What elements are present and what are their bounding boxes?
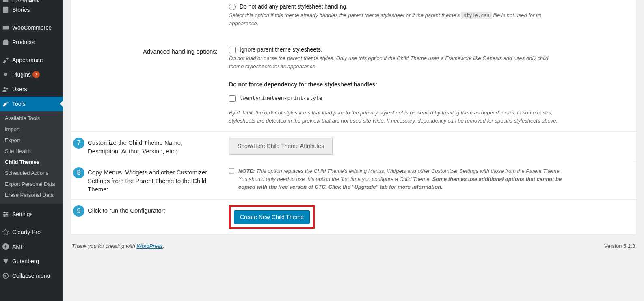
show-hide-attributes-button[interactable]: Show/Hide Child Theme Attributes <box>229 138 333 155</box>
annotation-highlight: Create New Child Theme <box>229 205 315 229</box>
sidebar-item-collapse[interactable]: Collapse menu <box>0 269 63 283</box>
sidebar-item-appearance[interactable]: Appearance <box>0 53 63 67</box>
comments-icon <box>2 0 10 2</box>
step7-label: Customize the Child Theme Name, Descript… <box>88 138 226 155</box>
admin-sidebar: Comments Stories WooCommerce Products Ap… <box>0 0 63 301</box>
settings-icon <box>2 210 10 218</box>
scroll-area[interactable]: Do not add any parent stylesheet handlin… <box>63 0 644 301</box>
sub-item-label: Import <box>5 126 20 132</box>
sub-item-child-themes[interactable]: Child Themes <box>0 157 63 168</box>
wp-version: Version 5.2.3 <box>604 243 635 249</box>
sidebar-item-label: Gutenberg <box>12 258 39 264</box>
plugins-icon <box>2 71 10 79</box>
sidebar-item-label: Comments <box>12 0 40 2</box>
sidebar-item-clearfy[interactable]: Clearfy Pro <box>0 225 63 239</box>
appearance-icon <box>2 56 10 64</box>
footer-credit: Thank you for creating with WordPress. <box>72 243 164 249</box>
sub-item-label: Export <box>5 137 20 143</box>
checkbox-copy-settings[interactable] <box>229 168 234 174</box>
radio-no-parent-handling-desc: Select this option if this theme already… <box>229 11 562 27</box>
stories-icon <box>2 6 10 14</box>
sub-item-label: Erase Personal Data <box>5 192 54 198</box>
step-badge-8: 8 <box>73 167 84 178</box>
step8-label: Copy Menus, Widgets and other Customizer… <box>88 167 226 194</box>
sidebar-item-label: Tools <box>12 101 26 107</box>
style-css-code: style.css <box>461 12 492 19</box>
sub-item-export-personal[interactable]: Export Personal Data <box>0 178 63 189</box>
sub-item-label: Child Themes <box>5 159 39 165</box>
gutenberg-icon <box>2 257 10 265</box>
svg-point-8 <box>4 215 6 217</box>
svg-point-10 <box>3 273 9 279</box>
sidebar-item-products[interactable]: Products <box>0 35 63 49</box>
checkbox-ignore-parent-label: Ignore parent theme stylesheets. <box>240 46 322 53</box>
sidebar-item-gutenberg[interactable]: Gutenberg <box>0 254 63 269</box>
sub-item-import[interactable]: Import <box>0 124 63 135</box>
sidebar-item-users[interactable]: Users <box>0 82 63 97</box>
radio-no-parent-handling-label: Do not add any parent stylesheet handlin… <box>240 3 348 10</box>
sub-item-label: Site Health <box>5 148 31 154</box>
content-area: Do not add any parent stylesheet handlin… <box>63 0 644 301</box>
sub-item-erase-personal[interactable]: Erase Personal Data <box>0 189 63 200</box>
sub-item-scheduled-actions[interactable]: Scheduled Actions <box>0 168 63 178</box>
advanced-handling-label: Advanced handling options: <box>88 46 226 56</box>
users-icon <box>2 85 10 93</box>
sidebar-item-amp[interactable]: AMP <box>0 239 63 254</box>
svg-rect-0 <box>3 7 9 13</box>
sidebar-item-plugins[interactable]: Plugins 1 <box>0 67 63 82</box>
sub-item-export[interactable]: Export <box>0 135 63 146</box>
amp-icon <box>2 243 10 251</box>
svg-point-6 <box>4 212 6 213</box>
clearfy-icon <box>2 228 10 236</box>
step-badge-7: 7 <box>73 138 84 149</box>
svg-point-1 <box>4 87 6 89</box>
sidebar-item-label: Settings <box>12 211 33 217</box>
dependency-title: Do not force dependency for these styles… <box>229 81 562 88</box>
sidebar-item-woocommerce[interactable]: WooCommerce <box>0 20 63 35</box>
radio-no-parent-handling[interactable] <box>229 4 236 10</box>
dependency-handle-label: twentynineteen-print-style <box>240 95 322 101</box>
sidebar-item-tools[interactable]: Tools <box>0 97 63 111</box>
step9-label: Click to run the Configurator: <box>88 205 226 215</box>
dependency-desc: By default, the order of stylesheets tha… <box>229 109 562 125</box>
sidebar-item-settings[interactable]: Settings <box>0 207 63 221</box>
tools-icon <box>2 100 10 108</box>
sidebar-item-label: Clearfy Pro <box>12 229 41 235</box>
tools-submenu: Available Tools Import Export Site Healt… <box>0 111 63 204</box>
checkbox-dependency-handle[interactable] <box>229 95 236 102</box>
sub-item-available-tools[interactable]: Available Tools <box>0 113 63 124</box>
collapse-icon <box>2 272 10 280</box>
sidebar-item-stories[interactable]: Stories <box>0 2 63 17</box>
sidebar-item-label: Plugins <box>12 71 31 78</box>
sub-item-site-health[interactable]: Site Health <box>0 146 63 157</box>
sidebar-item-label: WooCommerce <box>12 24 52 31</box>
checkbox-ignore-parent[interactable] <box>229 47 236 53</box>
svg-point-2 <box>6 88 8 90</box>
wordpress-link[interactable]: WordPress <box>137 243 163 249</box>
sub-item-label: Scheduled Actions <box>5 170 48 176</box>
svg-point-7 <box>6 213 8 215</box>
sub-item-label: Available Tools <box>5 115 40 121</box>
sidebar-item-label: Stories <box>12 6 30 13</box>
create-child-theme-button[interactable]: Create New Child Theme <box>234 210 310 224</box>
sidebar-item-label: Users <box>12 86 27 92</box>
sidebar-item-label: Collapse menu <box>12 273 50 279</box>
ignore-parent-desc: Do not load or parse the parent theme st… <box>229 54 562 70</box>
sidebar-item-label: AMP <box>12 243 24 250</box>
plugin-update-badge: 1 <box>32 71 40 78</box>
step8-note: NOTE: This option replaces the Child The… <box>238 167 562 191</box>
sub-item-label: Export Personal Data <box>5 181 55 187</box>
sidebar-item-label: Appearance <box>12 57 43 63</box>
products-icon <box>2 38 10 46</box>
step-badge-9: 9 <box>73 205 84 217</box>
footer: Thank you for creating with WordPress. V… <box>71 235 636 253</box>
woocommerce-icon <box>2 24 10 32</box>
sidebar-item-label: Products <box>12 39 35 45</box>
